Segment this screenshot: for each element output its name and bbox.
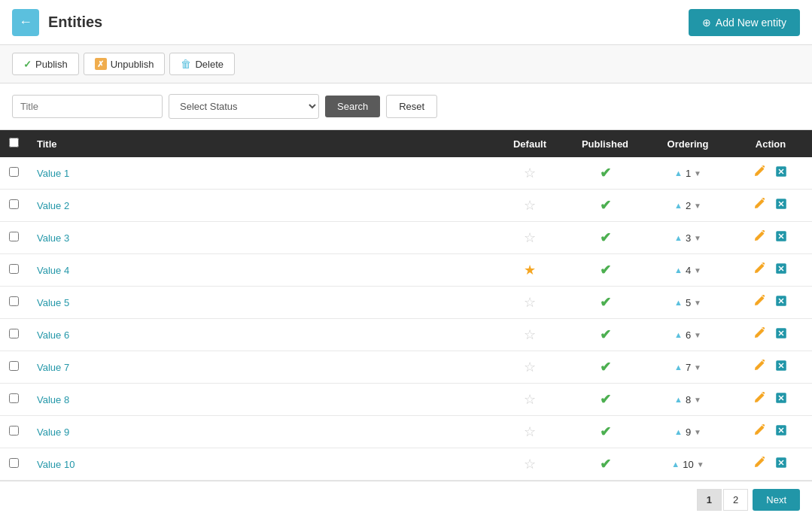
ordering-dropdown-icon[interactable]: ▼ (694, 234, 701, 242)
add-new-button[interactable]: ⊕ Add New entity (689, 9, 800, 36)
delete-row-button[interactable] (771, 260, 791, 280)
ordering-dropdown-icon[interactable]: ▼ (694, 428, 701, 436)
edit-button[interactable] (750, 358, 768, 376)
row-checkbox[interactable] (9, 329, 19, 338)
star-icon[interactable]: ☆ (524, 457, 536, 472)
edit-button[interactable] (750, 390, 768, 408)
edit-button[interactable] (750, 229, 768, 247)
page-1-button[interactable]: 1 (697, 489, 722, 511)
edit-button[interactable] (750, 423, 768, 441)
ordering-up-arrow[interactable]: ▲ (674, 168, 683, 178)
row-checkbox[interactable] (9, 458, 19, 468)
published-check-icon[interactable]: ✔ (600, 360, 611, 375)
edit-button[interactable] (750, 196, 768, 214)
row-checkbox[interactable] (9, 393, 19, 403)
row-published-cell: ✔ (564, 287, 646, 319)
row-checkbox[interactable] (9, 296, 19, 306)
delete-row-button[interactable] (771, 390, 791, 409)
row-title-link[interactable]: Value 5 (37, 297, 69, 308)
delete-button[interactable]: 🗑 Delete (169, 53, 235, 75)
row-title-link[interactable]: Value 8 (37, 394, 69, 405)
back-button[interactable]: ← (12, 9, 39, 36)
row-title-link[interactable]: Value 2 (37, 200, 69, 211)
row-checkbox[interactable] (9, 361, 19, 371)
star-icon[interactable]: ★ (524, 263, 536, 278)
ordering-up-arrow[interactable]: ▲ (674, 298, 683, 307)
published-check-icon[interactable]: ✔ (600, 165, 611, 181)
edit-button[interactable] (750, 326, 768, 344)
next-button[interactable]: Next (753, 489, 800, 511)
row-checkbox[interactable] (9, 426, 19, 436)
edit-button[interactable] (750, 261, 768, 279)
edit-button[interactable] (750, 293, 768, 311)
title-input[interactable] (12, 95, 163, 118)
delete-row-button[interactable] (771, 293, 791, 312)
publish-button[interactable]: ✓ Publish (12, 53, 79, 75)
row-title-link[interactable]: Value 4 (37, 265, 69, 276)
star-icon[interactable]: ☆ (524, 424, 536, 439)
star-icon[interactable]: ☆ (524, 360, 536, 375)
delete-row-button[interactable] (771, 454, 791, 474)
ordering-dropdown-icon[interactable]: ▼ (697, 460, 704, 469)
ordering-dropdown-icon[interactable]: ▼ (694, 299, 701, 307)
published-check-icon[interactable]: ✔ (600, 424, 611, 439)
star-icon[interactable]: ☆ (524, 165, 536, 181)
published-check-icon[interactable]: ✔ (600, 295, 611, 310)
page-2-button[interactable]: 2 (723, 489, 748, 511)
published-check-icon[interactable]: ✔ (600, 327, 611, 342)
ordering-up-arrow[interactable]: ▲ (674, 266, 683, 275)
delete-row-button[interactable] (771, 357, 791, 377)
row-checkbox[interactable] (9, 167, 19, 177)
ordering-up-arrow[interactable]: ▲ (671, 460, 680, 469)
star-icon[interactable]: ☆ (524, 230, 536, 245)
star-icon[interactable]: ☆ (524, 327, 536, 342)
row-title-link[interactable]: Value 3 (37, 232, 69, 244)
edit-button[interactable] (750, 455, 768, 473)
ordering-dropdown-icon[interactable]: ▼ (694, 202, 701, 210)
search-button[interactable]: Search (325, 96, 380, 117)
published-check-icon[interactable]: ✔ (600, 198, 611, 213)
ordering-up-arrow[interactable]: ▲ (674, 233, 683, 242)
delete-row-button[interactable] (771, 196, 791, 215)
row-checkbox[interactable] (9, 199, 19, 209)
reset-button[interactable]: Reset (386, 95, 437, 118)
row-title-link[interactable]: Value 10 (37, 459, 75, 470)
table-row: Value 7☆✔▲7▼ (0, 351, 812, 384)
row-checkbox[interactable] (9, 232, 19, 241)
delete-row-button[interactable] (771, 163, 791, 183)
unpublish-button[interactable]: ✗ Unpublish (84, 53, 166, 75)
row-title-link[interactable]: Value 6 (37, 329, 69, 341)
ordering-up-arrow[interactable]: ▲ (674, 395, 683, 404)
star-icon[interactable]: ☆ (524, 392, 536, 407)
row-title-cell: Value 1 (28, 157, 496, 190)
row-title-link[interactable]: Value 1 (37, 168, 69, 179)
row-title-cell: Value 5 (28, 287, 496, 319)
delete-row-button[interactable] (771, 325, 791, 345)
published-check-icon[interactable]: ✔ (600, 263, 611, 278)
row-action-cell (729, 254, 812, 287)
star-icon[interactable]: ☆ (524, 198, 536, 213)
ordering-number: 7 (686, 362, 691, 373)
ordering-dropdown-icon[interactable]: ▼ (694, 331, 701, 339)
published-check-icon[interactable]: ✔ (600, 230, 611, 245)
edit-button[interactable] (750, 164, 768, 182)
ordering-up-arrow[interactable]: ▲ (674, 330, 683, 339)
select-all-checkbox[interactable] (9, 138, 19, 147)
row-title-link[interactable]: Value 9 (37, 426, 69, 438)
ordering-up-arrow[interactable]: ▲ (674, 201, 683, 210)
ordering-dropdown-icon[interactable]: ▼ (694, 266, 701, 275)
published-check-icon[interactable]: ✔ (600, 392, 611, 407)
star-icon[interactable]: ☆ (524, 295, 536, 310)
ordering-up-arrow[interactable]: ▲ (674, 427, 683, 436)
status-select[interactable]: Select Status Published Unpublished (169, 94, 319, 119)
row-title-link[interactable]: Value 7 (37, 362, 69, 373)
delete-row-button[interactable] (771, 228, 791, 247)
delete-row-button[interactable] (771, 422, 791, 442)
row-checkbox-cell (0, 384, 28, 416)
ordering-dropdown-icon[interactable]: ▼ (694, 396, 701, 404)
row-checkbox[interactable] (9, 264, 19, 274)
ordering-up-arrow[interactable]: ▲ (674, 363, 683, 372)
ordering-dropdown-icon[interactable]: ▼ (694, 363, 701, 372)
ordering-dropdown-icon[interactable]: ▼ (694, 169, 701, 178)
published-check-icon[interactable]: ✔ (600, 457, 611, 472)
